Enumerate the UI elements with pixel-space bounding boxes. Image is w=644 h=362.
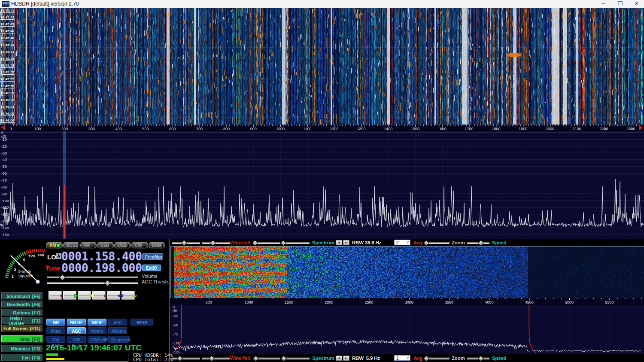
- rf-avg-select[interactable]: 2∨: [394, 240, 410, 245]
- menu-button-minimize[interactable]: Minimize[F3]: [1, 345, 43, 352]
- menu-button-stop[interactable]: Stop[F2]: [1, 335, 43, 343]
- rf-speed-slider-handle[interactable]: [478, 240, 484, 246]
- af-spectrum-lower-slider[interactable]: [282, 357, 310, 359]
- rf-spectrum-upper-slider-handle[interactable]: [252, 240, 258, 246]
- menu-button-key: [F3]: [32, 346, 40, 351]
- af-waterfall-lower-slider-handle[interactable]: [209, 356, 215, 362]
- menu-button-label: Minimize: [11, 346, 30, 351]
- rf-waterfall-upper-slider[interactable]: [172, 242, 200, 244]
- rf-db-scale-label: -90: [1, 192, 7, 196]
- dsp-button-afc[interactable]: AFC: [108, 319, 127, 325]
- af-rbw-value: RBW 5.9 Hz: [352, 355, 380, 361]
- af-avg-select[interactable]: 1∨: [394, 355, 410, 361]
- rf-frequency-tick-label: 100: [30, 127, 45, 131]
- close-button[interactable]: ✕: [629, 0, 644, 8]
- af-waterfall-lower-slider[interactable]: [202, 357, 230, 359]
- rf-db-scale-label: -80: [1, 186, 7, 189]
- rf-rbw-increase-button[interactable]: ►: [343, 240, 349, 245]
- rf-db-scale-label: -60: [1, 172, 7, 176]
- af-spectrum-lower-slider-handle[interactable]: [281, 356, 287, 362]
- rf-waterfall-upper-slider-handle[interactable]: [181, 240, 187, 246]
- af-spectrum-upper-slider[interactable]: [253, 357, 280, 359]
- s-meter-scale-label: +40: [37, 252, 44, 257]
- agc-threshold-slider-handle[interactable]: [104, 280, 111, 287]
- tune-frequency-display[interactable]: 0000.198.000: [61, 262, 142, 274]
- af-spectrum-controls-row: WaterfallSpectrum◄►RBW 5.9 Hz1∨AvgZoomSp…: [0, 355, 644, 361]
- af-db-scale-label: -100: [173, 341, 180, 345]
- waterfall-timestamp: 19:45:54: [0, 64, 15, 68]
- rf-waterfall-lower-slider-handle[interactable]: [210, 240, 216, 246]
- dsp-button-nr[interactable]: NR: [46, 319, 65, 325]
- waterfall-timestamps: 19:45:4119:45:4319:45:4519:45:4619:45:48…: [0, 8, 30, 125]
- rf-waterfall-display[interactable]: [0, 8, 644, 125]
- loop-icon: ∞: [128, 292, 141, 299]
- volume-slider[interactable]: [47, 276, 138, 278]
- dsp-button-rf-0[interactable]: RF+0: [131, 319, 153, 325]
- dsp-button-nb-rf[interactable]: NB RF: [67, 319, 86, 325]
- menu-button-label: Full Screen: [3, 326, 28, 331]
- af-speed-slider[interactable]: [467, 357, 489, 359]
- rf-spectrum-lower-slider-handle[interactable]: [280, 240, 286, 246]
- af-zoom-slider-handle[interactable]: [423, 356, 429, 362]
- dsp-button-notch[interactable]: Notch: [88, 327, 106, 334]
- dsp-button-mute[interactable]: Mute: [46, 327, 65, 334]
- rf-waterfall-lower-slider[interactable]: [202, 242, 230, 244]
- rf-db-scale-label: -150: [1, 233, 9, 237]
- dsp-button-nb-if[interactable]: NB IF: [88, 319, 106, 325]
- freqmgr-button[interactable]: FreqMgr: [142, 253, 163, 260]
- rf-frequency-tick-label: 1600: [435, 127, 450, 131]
- rf-waterfall-label: Waterfall: [230, 240, 250, 246]
- agc-threshold-slider[interactable]: [47, 282, 138, 284]
- extio-button[interactable]: ExtIO: [142, 265, 161, 271]
- menu-button-bandwidth[interactable]: Bandwidth[F6]: [1, 301, 43, 308]
- menu-button-soundcard[interactable]: Soundcard[F5]: [1, 292, 43, 300]
- af-spectrum-display[interactable]: [170, 305, 644, 354]
- play-icon: ▶: [70, 292, 82, 298]
- rf-frequency-tick-label: 400: [111, 127, 126, 131]
- rf-frequency-tick-label: 1900: [516, 127, 530, 131]
- af-zoom-label: Zoom: [452, 355, 465, 361]
- restore-button[interactable]: ❐: [613, 0, 628, 8]
- dsp-button-despread[interactable]: Despread: [108, 336, 129, 343]
- volume-slider-handle[interactable]: [59, 274, 66, 281]
- rf-rbw-decrease-button[interactable]: ◄: [336, 240, 342, 245]
- af-spectrum-upper-slider-handle[interactable]: [253, 356, 259, 362]
- dsp-button-cw-zap[interactable]: CW ZAP: [46, 336, 65, 343]
- tune-label: Tune: [46, 265, 61, 271]
- rf-spectrum-display[interactable]: [0, 131, 644, 239]
- rf-spectrum-lower-slider[interactable]: [282, 242, 310, 244]
- waterfall-timestamp: 19:46:00: [0, 91, 15, 95]
- af-zoom-slider[interactable]: [425, 357, 450, 359]
- rf-zoom-slider[interactable]: [425, 242, 450, 244]
- menu-button-options[interactable]: Options[F7]: [1, 309, 43, 316]
- record-button[interactable]: ●: [49, 291, 62, 300]
- menu-button-full-screen[interactable]: Full Screen[F11]: [1, 325, 43, 332]
- af-db-scale-label: 0 dB: [173, 305, 177, 313]
- dsp-button-agc-slow[interactable]: AGC Slow: [67, 327, 86, 334]
- dsp-button-anotch[interactable]: ANotch: [108, 327, 127, 334]
- rf-spectrum-upper-slider[interactable]: [253, 242, 280, 244]
- af-rbw-decrease-button[interactable]: ◄: [336, 356, 342, 361]
- af-waterfall-upper-slider-handle[interactable]: [177, 356, 183, 362]
- lo-mode-box[interactable]: A: [56, 253, 61, 259]
- rf-zoom-slider-handle[interactable]: [423, 240, 429, 246]
- dsp-button-cw-peak[interactable]: CW Peak: [67, 336, 86, 343]
- menu-button-help-update[interactable]: Help / Update[F1]: [1, 317, 43, 324]
- rf-frequency-scale[interactable]: 0100200300400500600700800900100011001200…: [0, 125, 644, 131]
- dsp-button-cwfullbw[interactable]: CWFullBw: [88, 336, 106, 343]
- af-spectrum-label: Spectrum: [312, 355, 334, 361]
- af-speed-slider-handle[interactable]: [478, 356, 484, 362]
- af-waterfall-display[interactable]: [170, 246, 644, 298]
- s-meter[interactable]: S-units Squelch 1359+20+40: [0, 240, 46, 289]
- waterfall-timestamp: 19:45:43: [0, 15, 15, 20]
- rf-frequency-tick-label: 1700: [462, 127, 477, 131]
- minimize-button[interactable]: –: [596, 0, 611, 8]
- waterfall-timestamp: 19:46:02: [0, 98, 15, 102]
- af-frequency-scale[interactable]: 5001000150020002500300035004000450050005…: [170, 298, 644, 305]
- af-waterfall-upper-slider[interactable]: [172, 357, 200, 359]
- waterfall-timestamp: 19:46:06: [0, 119, 15, 123]
- lo-frequency-display[interactable]: 0001.158.400: [61, 251, 142, 262]
- af-rbw-increase-button[interactable]: ►: [343, 356, 349, 361]
- rf-speed-slider[interactable]: [467, 242, 489, 244]
- rf-avg-select-value: 2: [396, 240, 399, 245]
